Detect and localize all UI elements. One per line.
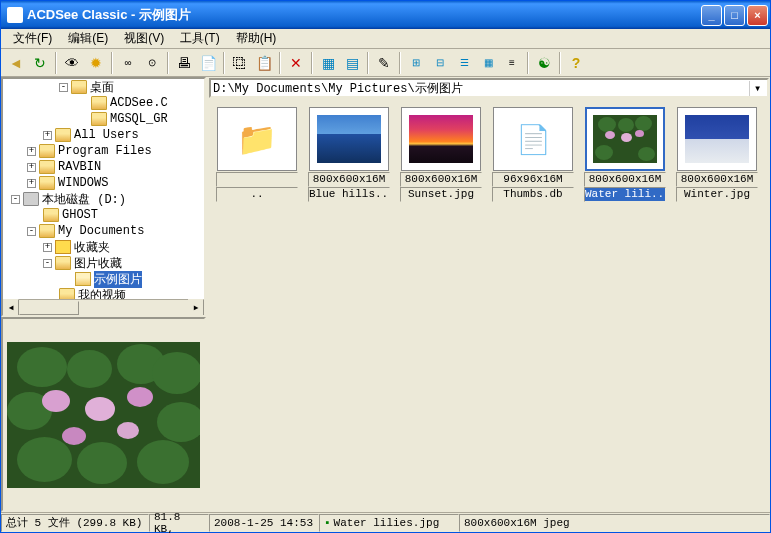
menu-view[interactable]: 视图(V) [116, 28, 172, 49]
tree-node[interactable]: MGSQL_GR [3, 111, 204, 127]
binoculars-icon[interactable]: 👁 [61, 52, 83, 74]
folder-icon [91, 112, 107, 126]
tree-node[interactable]: +All Users [3, 127, 204, 143]
collapse-icon[interactable]: - [59, 83, 68, 92]
thumb-bluehills[interactable]: 800x600x16M Blue hills... [308, 107, 390, 202]
expand-icon[interactable]: + [27, 179, 36, 188]
expand-icon[interactable]: + [43, 131, 52, 140]
collapse-icon[interactable]: - [43, 259, 52, 268]
thumb-name[interactable]: Blue hills... [308, 187, 390, 202]
view5-icon[interactable]: ≡ [501, 52, 523, 74]
expand-icon[interactable]: + [27, 147, 36, 156]
separator [111, 52, 113, 74]
window-controls: _ □ × [701, 5, 768, 26]
view4-icon[interactable]: ▦ [477, 52, 499, 74]
thumb-thumbsdb[interactable]: 📄 96x96x16M Thumbs.db [492, 107, 574, 202]
menu-tools[interactable]: 工具(T) [172, 28, 227, 49]
thumb-info: 800x600x16M [584, 172, 666, 187]
tree-node[interactable]: -My Documents [3, 223, 204, 239]
menu-help[interactable]: 帮助(H) [228, 28, 285, 49]
thumb-name[interactable]: Water lili... [584, 187, 666, 202]
collapse-icon[interactable]: - [11, 195, 20, 204]
copy-icon[interactable]: ⿻ [229, 52, 251, 74]
thumb-sunset[interactable]: 800x600x16M Sunset.jpg [400, 107, 482, 202]
folder-icon [55, 128, 71, 142]
thumb-box[interactable]: 📁 [217, 107, 297, 171]
folder-icon [39, 176, 55, 190]
doc-icon[interactable]: 📄 [197, 52, 219, 74]
folder-icon [39, 160, 55, 174]
wand-icon[interactable]: ✎ [373, 52, 395, 74]
folder-icon [43, 208, 59, 222]
jpg-icon: ▪ [324, 517, 331, 529]
star-icon[interactable]: ✹ [85, 52, 107, 74]
thumb-name[interactable]: Winter.jpg [676, 187, 758, 202]
drive-icon [23, 192, 39, 206]
tree-node[interactable]: +收藏夹 [3, 239, 204, 255]
status-dims: 800x600x16M jpeg [459, 514, 770, 532]
folder-tree[interactable]: -桌面 ACDSee.C MGSQL_GR +All Users +Progra… [1, 77, 206, 317]
maximize-button[interactable]: □ [724, 5, 745, 26]
dots-icon[interactable]: ∞ [117, 52, 139, 74]
tree-node[interactable]: ACDSee.C [3, 95, 204, 111]
view1-icon[interactable]: ⊞ [405, 52, 427, 74]
thumb-parent-folder[interactable]: 📁 .. [216, 107, 298, 202]
thumb-image [317, 115, 381, 163]
delete-icon[interactable]: ✕ [285, 52, 307, 74]
thumb-name[interactable]: Thumbs.db [492, 187, 574, 202]
horizontal-scrollbar[interactable]: ◂▸ [3, 299, 204, 315]
tree-node[interactable]: +RAVBIN [3, 159, 204, 175]
tree-node-drive[interactable]: -本地磁盘 (D:) [3, 191, 204, 207]
tree-node-selected[interactable]: 示例图片 [3, 271, 204, 287]
thumb-image [409, 115, 473, 163]
statusbar: 总计 5 文件 (299.8 KB) 81.8 KB, 2008-1-25 14… [1, 512, 770, 532]
tool1-icon[interactable]: ▦ [317, 52, 339, 74]
thumb-info: 96x96x16M [492, 172, 574, 187]
thumb-box[interactable] [401, 107, 481, 171]
help-icon[interactable]: ? [565, 52, 587, 74]
tool2-icon[interactable]: ▤ [341, 52, 363, 74]
thumb-winter[interactable]: 800x600x16M Winter.jpg [676, 107, 758, 202]
circles-icon[interactable]: ⊙ [141, 52, 163, 74]
globe-icon[interactable]: ☯ [533, 52, 555, 74]
thumb-name[interactable]: Sunset.jpg [400, 187, 482, 202]
expand-icon[interactable]: + [27, 163, 36, 172]
path-bar[interactable]: D:\My Documents\My Pictures\示例图片 ▾ [209, 78, 769, 98]
toolbar: ◄ ↻ 👁 ✹ ∞ ⊙ 🖶 📄 ⿻ 📋 ✕ ▦ ▤ ✎ ⊞ ⊟ ☰ ▦ ≡ ☯ … [1, 49, 770, 77]
separator [279, 52, 281, 74]
print-icon[interactable]: 🖶 [173, 52, 195, 74]
menu-file[interactable]: 文件(F) [5, 28, 60, 49]
thumb-image [685, 115, 749, 163]
paste-icon[interactable]: 📋 [253, 52, 275, 74]
minimize-button[interactable]: _ [701, 5, 722, 26]
thumb-box[interactable] [309, 107, 389, 171]
thumb-box[interactable] [677, 107, 757, 171]
app-window: ACDSee Classic - 示例图片 _ □ × 文件(F) 编辑(E) … [0, 0, 771, 533]
thumb-name[interactable]: .. [216, 187, 298, 202]
path-dropdown-icon[interactable]: ▾ [749, 81, 765, 96]
collapse-icon[interactable]: - [27, 227, 36, 236]
tree-node[interactable]: GHOST [3, 207, 204, 223]
back-button[interactable]: ◄ [5, 52, 27, 74]
file-icon: 📄 [501, 115, 565, 163]
tree-node-desktop[interactable]: -桌面 [3, 79, 204, 95]
expand-icon[interactable]: + [43, 243, 52, 252]
separator [55, 52, 57, 74]
view3-icon[interactable]: ☰ [453, 52, 475, 74]
thumbnails-area[interactable]: 📁 .. 800x600x16M Blue hills... [208, 99, 770, 512]
tree-node[interactable]: +WINDOWS [3, 175, 204, 191]
menu-edit[interactable]: 编辑(E) [60, 28, 116, 49]
thumb-waterlilies[interactable]: 800x600x16M Water lili... [584, 107, 666, 202]
refresh-button[interactable]: ↻ [29, 52, 51, 74]
view2-icon[interactable]: ⊟ [429, 52, 451, 74]
thumb-box[interactable] [585, 107, 665, 171]
app-icon [7, 7, 23, 23]
window-title: ACDSee Classic - 示例图片 [27, 6, 701, 24]
tree-node[interactable]: +Program Files [3, 143, 204, 159]
status-size: 81.8 KB, [149, 514, 209, 532]
separator [399, 52, 401, 74]
close-button[interactable]: × [747, 5, 768, 26]
tree-node[interactable]: -图片收藏 [3, 255, 204, 271]
thumb-box[interactable]: 📄 [493, 107, 573, 171]
separator [367, 52, 369, 74]
